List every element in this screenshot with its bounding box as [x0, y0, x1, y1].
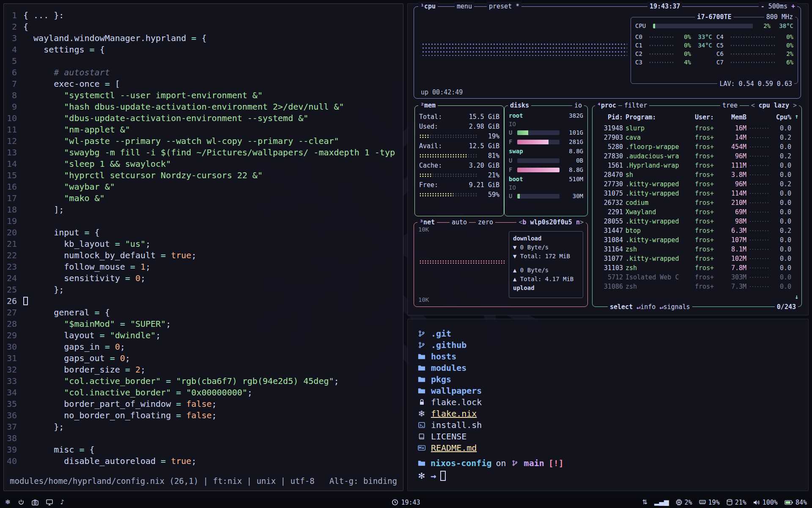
process-row[interactable]: 31103zshfros+7.8M0.0 — [596, 263, 791, 273]
editor-line[interactable]: 22 numlock_by_default = true; — [4, 250, 403, 261]
process-row[interactable]: 5712Isolated Web Cfros+303M0.0 — [596, 273, 791, 282]
editor-line[interactable]: 33 "col.active_border" = "rgb(cba6f7) rg… — [4, 375, 403, 387]
cpu-column-header[interactable]: Cpu% — [772, 113, 791, 121]
info-hint[interactable]: info — [640, 303, 656, 311]
menu-button[interactable]: menu — [455, 2, 474, 11]
editor-line[interactable]: 10 "dbus-update-activation-environment -… — [4, 113, 403, 124]
editor-line[interactable]: 13 "swaybg -m fill -i $(find ~/Pictures/… — [4, 147, 403, 158]
editor-line[interactable]: 21 kb_layout = "us"; — [4, 238, 403, 250]
net-interface-selector[interactable]: <b wlp0s20f0u5 n> — [516, 218, 586, 227]
editor-line[interactable]: 18 ]; — [4, 204, 403, 215]
editor-line[interactable]: 8 "systemctl --user import-environment &… — [4, 90, 403, 101]
camera-icon[interactable] — [32, 500, 38, 505]
filter-button[interactable]: filter — [622, 101, 649, 110]
editor-line[interactable]: 23 follow_mouse = 1; — [4, 261, 403, 273]
disk-module[interactable]: 21% — [727, 499, 746, 506]
editor-line[interactable]: 28 "$mainMod" = "SUPER"; — [4, 318, 403, 330]
battery-module[interactable]: 84% — [785, 499, 807, 506]
editor-line[interactable]: 37 }; — [4, 421, 403, 433]
editor-pane[interactable]: 1{ ... }:2{3 wayland.windowManager.hyprl… — [3, 3, 403, 491]
mem-column-header[interactable]: MemB — [720, 113, 746, 121]
leader-dots — [749, 248, 769, 250]
editor-line[interactable]: 6 # autostart — [4, 67, 403, 78]
pid-column-header[interactable]: Pid: — [596, 113, 623, 121]
editor-line[interactable]: 29 layout = "dwindle"; — [4, 330, 403, 341]
process-row[interactable]: 28470shfros+3.8M0.0 — [596, 170, 791, 179]
editor-line[interactable]: 7 exec-once = [ — [4, 78, 403, 90]
nixos-icon[interactable]: ❄ — [5, 499, 11, 505]
refresh-minus-button[interactable]: - — [761, 3, 765, 10]
volume-module[interactable]: 100% — [753, 499, 778, 506]
sort-selector[interactable]: < cpu lazy > — [749, 101, 799, 110]
editor-line[interactable]: 27 general = { — [4, 307, 403, 318]
terminal-pane[interactable]: .git.githubhostsmodulespkgswallpapersfla… — [407, 319, 809, 491]
editor-line[interactable]: 19 — [4, 215, 403, 227]
process-row[interactable]: 31077.kitty-wrappedfros+102M0.0 — [596, 254, 791, 263]
editor-line[interactable]: 15 "hyprctl setcursor Nordzy-cursors 22 … — [4, 170, 403, 181]
editor-line[interactable]: 11 "nm-applet &" — [4, 124, 403, 135]
audio-tray-icon[interactable]: ▂▄▆ — [654, 499, 669, 505]
iface-next-key[interactable]: n — [576, 218, 580, 226]
process-row[interactable]: 2291Xwaylandfros+69M0.0 — [596, 207, 791, 217]
process-row[interactable]: 26732codiumfros+210M0.0 — [596, 198, 791, 207]
editor-line[interactable]: 4 settings = { — [4, 44, 403, 55]
line-number: 36 — [4, 410, 23, 421]
editor-line[interactable]: 9 "hash dbus-update-activation-environme… — [4, 101, 403, 113]
scroll-down-arrow[interactable]: ↓ — [795, 293, 798, 301]
editor-line[interactable]: 20 input = { — [4, 227, 403, 238]
editor-line[interactable]: 2{ — [4, 21, 403, 33]
process-table-header[interactable]: Pid: Program: User: MemB Cpu% — [596, 113, 791, 122]
editor-line[interactable]: 36 no_border_on_floating = false; — [4, 410, 403, 421]
process-row[interactable]: 27730.kitty-wrappedfros+96M0.2 — [596, 179, 791, 189]
program-column-header[interactable]: Program: — [625, 113, 692, 121]
editor-line[interactable]: 26 — [4, 295, 403, 307]
process-row[interactable]: 27830.audacious-wrafros+96M0.2 — [596, 152, 791, 161]
process-row[interactable]: 27903cavafros+14M0.2 — [596, 133, 791, 142]
scroll-up-arrow[interactable]: ↑ — [795, 113, 798, 120]
tree-button[interactable]: tree — [720, 101, 740, 110]
process-row[interactable]: 5280.floorp-wrappefros+454M0.0 — [596, 142, 791, 152]
waybar-clock-module[interactable]: 19:43 — [392, 499, 420, 506]
editor-line[interactable]: 39 misc = { — [4, 444, 403, 456]
editor-line[interactable]: 14 "sleep 1 && swaylock" — [4, 158, 403, 170]
editor-line[interactable]: 3 wayland.windowManager.hyprland = { — [4, 33, 403, 44]
process-row[interactable]: 28055.kitty-wrappedfros+98M0.0 — [596, 217, 791, 226]
process-row[interactable]: 31075.kitty-wrappedfros+114M0.0 — [596, 189, 791, 198]
process-row[interactable]: 1561.Hyprland-wrapfros+111M0.0 — [596, 161, 791, 170]
editor-line[interactable]: 40 disable_autoreload = true; — [4, 456, 403, 467]
editor-line[interactable]: 17 "mako &" — [4, 193, 403, 204]
editor-line[interactable]: 1{ ... }: — [4, 10, 403, 21]
process-row[interactable]: 31084.kitty-wrappedfros+107M0.0 — [596, 235, 791, 245]
process-row[interactable]: 31164zshfros+8.1M0.0 — [596, 245, 791, 254]
process-row[interactable]: 31948slurpfros+16M0.0 — [596, 124, 791, 133]
net-auto-button[interactable]: auto — [450, 218, 469, 227]
net-zero-button[interactable]: zero — [476, 218, 495, 227]
editor-line[interactable]: 35 border_part_of_window = false; — [4, 398, 403, 410]
iface-prev-key[interactable]: b — [523, 218, 527, 226]
user-column-header[interactable]: User: — [695, 113, 718, 121]
music-icon[interactable]: ♪ — [60, 499, 65, 505]
editor-line[interactable]: 25 }; — [4, 284, 403, 295]
editor-line[interactable]: 30 gaps_in = 0; — [4, 341, 403, 353]
monitor-icon[interactable] — [46, 499, 53, 505]
editor-line[interactable]: 31 gaps_out = 0; — [4, 353, 403, 364]
refresh-plus-button[interactable]: + — [791, 3, 795, 10]
disks-io-toggle[interactable]: io — [572, 101, 584, 110]
signals-hint[interactable]: signals — [663, 303, 690, 311]
editor-line[interactable]: 24 sensitivity = 0; — [4, 273, 403, 284]
network-tray-icon[interactable]: ⇅ — [642, 499, 647, 505]
editor-line[interactable]: 16 "waybar &" — [4, 181, 403, 193]
preset-button[interactable]: preset * — [487, 2, 521, 11]
editor-line[interactable]: 38 — [4, 433, 403, 444]
select-hint[interactable]: select — [610, 303, 633, 311]
editor-line[interactable]: 12 "wl-paste --primary --watch wl-copy -… — [4, 135, 403, 147]
prompt-input-line[interactable]: ✻ → — [417, 469, 799, 482]
cpu-module[interactable]: 2% — [676, 499, 692, 506]
editor-line[interactable]: 32 border_size = 2; — [4, 364, 403, 375]
process-row[interactable]: 31086zshfros+7.3M0.0 — [596, 282, 791, 291]
power-icon[interactable] — [18, 499, 24, 505]
memory-module[interactable]: 19% — [699, 499, 720, 506]
editor-line[interactable]: 5 — [4, 55, 403, 67]
process-row[interactable]: 31447btopfros+6.3M0.2 — [596, 226, 791, 235]
editor-line[interactable]: 34 "col.inactive_border" = "0x00000000"; — [4, 387, 403, 398]
